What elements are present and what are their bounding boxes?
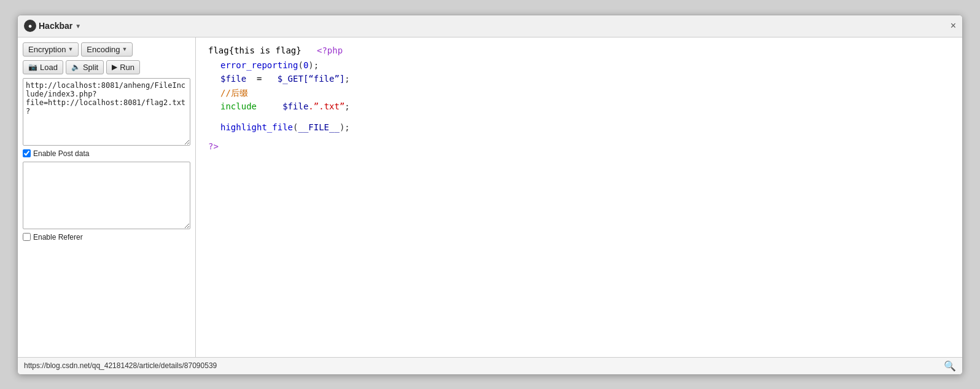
var-file-2: $file <box>282 101 308 111</box>
fn-highlight-file: highlight_file <box>220 122 293 132</box>
enable-referer-checkbox[interactable] <box>23 233 31 241</box>
hackbar-logo: ● Hackbar ▼ <box>24 20 81 32</box>
encoding-dropdown[interactable]: Encoding ▼ <box>81 42 133 57</box>
close-button[interactable]: × <box>951 21 956 31</box>
semi-4: ; <box>344 101 349 111</box>
split-icon: 🔈 <box>71 63 80 71</box>
post-data-input[interactable] <box>23 162 190 229</box>
code-line-5: highlight_file(__FILE__); <box>220 120 950 134</box>
run-icon: ▶ <box>112 63 117 71</box>
enable-referer-text: Enable Referer <box>33 233 83 242</box>
code-line-3: //后缀 <box>220 86 950 100</box>
assign-op: = <box>252 74 273 84</box>
zoom-icon[interactable]: 🔍 <box>944 360 956 372</box>
semi-1: ; <box>314 60 319 70</box>
encryption-label: Encryption <box>28 45 66 54</box>
kw-include: include <box>220 101 257 111</box>
php-close-tag: ?> <box>208 141 219 151</box>
main-content: Encryption ▼ Encoding ▼ 📷 Load 🔈 Split <box>18 37 962 357</box>
hackbar-title: Hackbar <box>39 21 72 31</box>
var-get-file: $_GET[“file”] <box>278 74 345 84</box>
browser-window: ● Hackbar ▼ × Encryption ▼ Encoding ▼ <box>17 15 963 375</box>
load-button[interactable]: 📷 Load <box>23 60 63 74</box>
encoding-arrow-icon: ▼ <box>122 46 128 52</box>
var-file: $file <box>220 74 246 84</box>
split-label: Split <box>83 63 98 72</box>
enable-referer-label[interactable]: Enable Referer <box>23 233 190 242</box>
load-icon: 📷 <box>28 63 37 71</box>
code-header: flag{this is flag} <?php <box>208 44 950 57</box>
encryption-arrow-icon: ▼ <box>68 46 73 52</box>
space-4 <box>262 101 277 111</box>
fn-error-reporting: error_reporting <box>220 60 298 70</box>
status-url: https://blog.csdn.net/qq_42181428/articl… <box>24 361 217 370</box>
paren-close-1: ) <box>308 60 313 70</box>
php-close-line: ?> <box>208 139 950 153</box>
logo-icon-symbol: ● <box>28 22 33 29</box>
load-label: Load <box>40 63 58 72</box>
code-line-2: $file = $_GET[“file”]; <box>220 72 950 85</box>
code-line-4: include $file.”.txt”; <box>220 100 950 113</box>
semi-5: ; <box>344 122 349 132</box>
enable-post-label[interactable]: Enable Post data <box>23 149 190 158</box>
str-txt: .”.txt” <box>308 101 344 111</box>
top-bar: ● Hackbar ▼ × <box>18 15 962 37</box>
encryption-dropdown[interactable]: Encryption ▼ <box>23 42 79 57</box>
split-button[interactable]: 🔈 Split <box>66 60 104 74</box>
left-panel: Encryption ▼ Encoding ▼ 📷 Load 🔈 Split <box>18 37 196 357</box>
encoding-label: Encoding <box>87 45 120 54</box>
run-label: Run <box>120 63 134 72</box>
bottom-bar: https://blog.csdn.net/qq_42181428/articl… <box>18 357 962 374</box>
code-line-1: error_reporting(0); <box>220 58 950 72</box>
toolbar-row-2: 📷 Load 🔈 Split ▶ Run <box>23 60 190 74</box>
php-open-tag: <?php <box>317 45 343 55</box>
const-file: __FILE__ <box>298 122 339 132</box>
semi-2: ; <box>344 74 349 84</box>
enable-post-checkbox[interactable] <box>23 149 31 157</box>
hackbar-logo-icon: ● <box>24 20 36 32</box>
comment-suffix: //后缀 <box>220 88 248 98</box>
toolbar-row-1: Encryption ▼ Encoding ▼ <box>23 42 190 57</box>
hackbar-chevron-icon: ▼ <box>75 23 81 29</box>
flag-text: flag{this is flag} <box>208 45 301 55</box>
code-block: error_reporting(0); $file = $_GET[“file”… <box>208 58 950 135</box>
enable-post-text: Enable Post data <box>33 149 89 158</box>
paren-open-1: ( <box>298 60 303 70</box>
right-panel: flag{this is flag} <?php error_reporting… <box>196 37 962 357</box>
url-input[interactable]: http://localhost:8081/anheng/FileInclude… <box>23 78 190 146</box>
run-button[interactable]: ▶ Run <box>106 60 140 74</box>
